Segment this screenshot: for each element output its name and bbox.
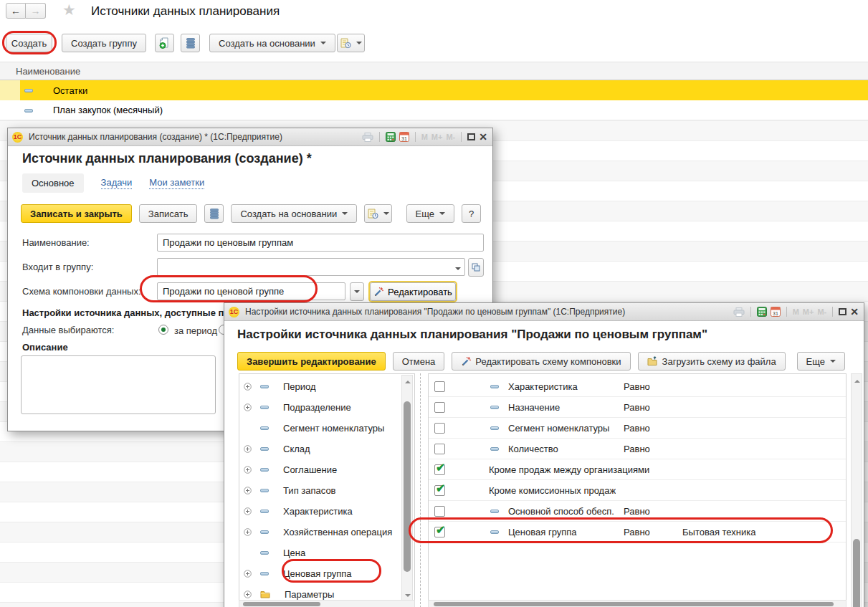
condition-row[interactable]: Характеристика Равно	[429, 376, 846, 397]
back-button[interactable]: ←	[6, 3, 26, 19]
expand-plus-icon[interactable]	[244, 403, 252, 411]
calculator-icon[interactable]	[757, 307, 767, 317]
conditions-vertical-scrollbar[interactable]	[851, 373, 862, 607]
expand-plus-icon[interactable]	[244, 445, 252, 453]
scrollbar-thumb[interactable]	[434, 602, 834, 606]
tree-item-price-group[interactable]: Ценовая группа	[239, 563, 414, 584]
tree-item-characteristic[interactable]: Характеристика	[239, 501, 414, 522]
dcs-input[interactable]	[157, 282, 345, 300]
tree-horizontal-scrollbar[interactable]	[239, 600, 415, 607]
calendar-icon[interactable]: 31	[399, 132, 409, 142]
expand-plus-icon[interactable]	[244, 591, 252, 598]
tab-tasks[interactable]: Задачи	[101, 177, 133, 189]
dialog2-titlebar[interactable]: 1С Настройки источника данных планирован…	[224, 303, 864, 321]
create-button[interactable]: Создать	[6, 34, 52, 52]
expand-plus-icon[interactable]	[244, 528, 252, 536]
condition-row[interactable]: Назначение Равно	[429, 397, 846, 418]
help-button[interactable]: ?	[462, 204, 481, 223]
close-icon[interactable]: ✕	[479, 132, 487, 142]
expand-plus-icon[interactable]	[244, 570, 252, 578]
list-item[interactable]: План закупок (месячный)	[0, 100, 868, 120]
scrollbar-thumb[interactable]	[404, 401, 411, 572]
list-column-header[interactable]: Наименование	[0, 62, 868, 80]
checkbox[interactable]	[434, 381, 445, 392]
scroll-down-icon[interactable]	[405, 594, 411, 600]
favorite-star-icon[interactable]: ★	[62, 1, 76, 19]
list-settings-button[interactable]	[181, 34, 200, 52]
tree-item-price[interactable]: Цена	[239, 543, 414, 563]
close-icon[interactable]: ✕	[850, 307, 859, 317]
load-schema-button[interactable]: Загрузить схему из файла	[638, 352, 786, 371]
conditions-horizontal-scrollbar[interactable]	[428, 600, 846, 607]
description-textarea[interactable]	[21, 355, 216, 414]
tree-item-department[interactable]: Подразделение	[239, 397, 414, 418]
maximize-icon[interactable]	[467, 133, 475, 140]
condition-row-price-group[interactable]: ✔ Ценовая группа Равно Бытовая техника	[429, 522, 846, 543]
condition-row[interactable]: Сегмент номенклатуры Равно	[429, 418, 846, 439]
dialog1-titlebar[interactable]: 1С Источник данных планирования (создани…	[8, 128, 492, 146]
checkbox[interactable]	[434, 444, 445, 454]
expand-plus-icon[interactable]	[244, 487, 252, 494]
save-button[interactable]: Записать	[139, 204, 198, 223]
panel-splitter[interactable]	[420, 373, 421, 607]
memory-mminus-icon[interactable]: M-	[817, 307, 826, 316]
memory-m-icon[interactable]: M	[421, 133, 428, 141]
list-item[interactable]: Остатки	[0, 80, 868, 100]
tab-main[interactable]: Основное	[22, 173, 84, 193]
tree-item-operation[interactable]: Хозяйственная операция	[239, 522, 414, 543]
memory-mplus-icon[interactable]: M+	[803, 307, 814, 316]
checkbox[interactable]: ✔	[434, 485, 445, 496]
expand-plus-icon[interactable]	[244, 466, 252, 474]
condition-row[interactable]: ✔ Кроме комиссионных продаж	[429, 480, 846, 501]
calculator-icon[interactable]	[386, 132, 396, 142]
tree-vertical-scrollbar[interactable]	[401, 375, 413, 603]
forward-button[interactable]: →	[26, 3, 46, 19]
list-settings-button[interactable]	[204, 204, 224, 223]
checkbox[interactable]: ✔	[434, 527, 445, 537]
open-group-button[interactable]	[468, 258, 484, 277]
document-history-dropdown[interactable]	[337, 34, 365, 52]
edit-dcs-button[interactable]: Редактировать	[370, 282, 456, 301]
chevron-down-icon[interactable]	[455, 267, 461, 273]
new-document-button[interactable]	[155, 34, 174, 52]
document-history-dropdown[interactable]	[364, 204, 392, 223]
scrollbar-thumb[interactable]	[243, 602, 320, 606]
radio-period[interactable]	[158, 325, 168, 335]
tree-item-period[interactable]: Период	[239, 376, 414, 397]
parent-group-input[interactable]	[157, 258, 465, 276]
dcs-dropdown-button[interactable]	[350, 282, 364, 301]
checkbox[interactable]: ✔	[434, 464, 445, 475]
condition-row[interactable]: Количество Равно	[429, 439, 846, 459]
scroll-up-icon[interactable]	[405, 378, 411, 383]
finish-editing-button[interactable]: Завершить редактирование	[237, 352, 386, 371]
create-based-on-button[interactable]: Создать на основании	[231, 204, 357, 223]
checkbox[interactable]	[434, 402, 445, 413]
expand-plus-icon[interactable]	[244, 383, 252, 391]
memory-mminus-icon[interactable]: M-	[446, 133, 455, 141]
create-based-on-button[interactable]: Создать на основании	[209, 34, 335, 52]
tree-item-warehouse[interactable]: Склад	[239, 439, 414, 459]
scroll-up-icon[interactable]	[854, 377, 860, 383]
cancel-button[interactable]: Отмена	[393, 352, 445, 371]
more-button[interactable]: Еще	[406, 204, 454, 223]
create-group-button[interactable]: Создать группу	[62, 34, 146, 52]
condition-row[interactable]: Основной способ обесп... Равно	[429, 501, 846, 522]
more-button[interactable]: Еще	[797, 352, 845, 371]
memory-mplus-icon[interactable]: M+	[431, 133, 443, 141]
edit-schema-button[interactable]: Редактировать схему компоновки	[452, 352, 630, 371]
tab-notes[interactable]: Мои заметки	[149, 177, 204, 189]
name-input[interactable]	[157, 234, 484, 252]
calendar-icon[interactable]: 31	[771, 307, 781, 317]
expand-plus-icon[interactable]	[244, 507, 252, 515]
checkbox[interactable]	[434, 506, 445, 517]
scrollbar-thumb[interactable]	[853, 539, 860, 607]
checkbox[interactable]	[434, 423, 445, 434]
tree-item-segment[interactable]: Сегмент номенклатуры	[239, 418, 414, 439]
save-and-close-button[interactable]: Записать и закрыть	[21, 204, 132, 223]
maximize-icon[interactable]	[839, 308, 846, 315]
tree-item-agreement[interactable]: Соглашение	[239, 459, 414, 480]
printer-icon[interactable]	[733, 307, 745, 317]
memory-m-icon[interactable]: M	[793, 307, 799, 316]
printer-icon[interactable]	[362, 133, 373, 142]
tree-item-stock-type[interactable]: Тип запасов	[239, 480, 414, 501]
